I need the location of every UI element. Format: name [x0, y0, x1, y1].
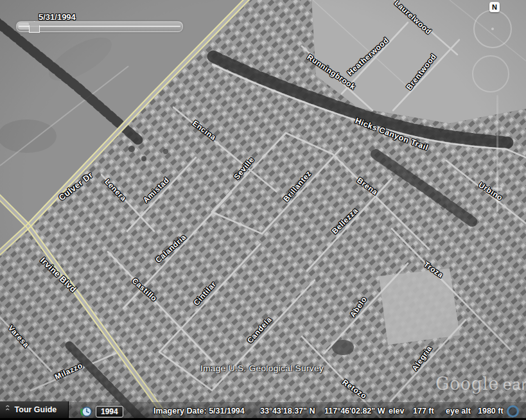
- eye-alt-value: 1980 ft: [478, 407, 504, 416]
- current-year-badge[interactable]: 1994: [96, 406, 123, 417]
- timeline-track[interactable]: [16, 21, 183, 32]
- historical-clock-icon[interactable]: [79, 405, 93, 419]
- earth-view[interactable]: LaurelwoodRunningbrookHeatherwoodBrentwo…: [0, 0, 526, 420]
- imagery-date-text: Imagery Date: 5/31/1994: [153, 407, 245, 416]
- elev-label: elev: [389, 407, 404, 416]
- zoom-slider-track[interactable]: [496, 95, 498, 212]
- aerial-imagery: [0, 0, 526, 420]
- look-joystick-ring[interactable]: [473, 10, 512, 48]
- tour-guide-label: Tour Guide: [15, 405, 57, 414]
- move-joystick-ring[interactable]: [472, 55, 509, 92]
- zoom-slider-handle[interactable]: [493, 188, 502, 191]
- eye-alt-label: eye alt: [446, 407, 471, 416]
- longitude-text: 117°46'02.82" W: [324, 407, 385, 416]
- elev-value: 177 ft: [413, 407, 434, 416]
- chevron-up-double-icon: ⌃⌃: [5, 407, 10, 413]
- tour-guide-button[interactable]: ⌃⌃ Tour Guide: [0, 401, 69, 418]
- imagery-attribution: Image U.S. Geological Survey: [200, 363, 324, 373]
- timeline-date-label: 5/31/1994: [39, 12, 76, 22]
- timeline-axis-line: [19, 26, 180, 27]
- latitude-text: 33°43'18.37" N: [260, 407, 315, 416]
- streaming-progress-ring: [507, 405, 519, 417]
